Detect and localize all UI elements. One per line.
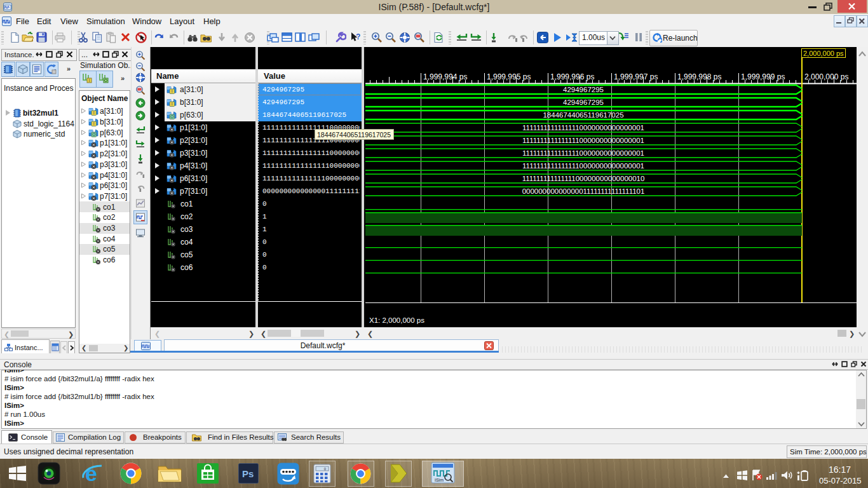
svg-text:111111111111111100000000000000: 11111111111111110000000000000001: [522, 137, 644, 144]
svg-text:Ps: Ps: [242, 468, 254, 479]
svg-text:1,999,997 ps: 1,999,997 ps: [614, 72, 658, 81]
svg-text:4294967295: 4294967295: [563, 98, 604, 106]
svg-text:X1: 2,000,000 ps: X1: 2,000,000 ps: [369, 316, 424, 324]
svg-text:000000000000000111111111111111: 00000000000000011111111111111101: [522, 187, 645, 195]
svg-text:2,000,000 ps: 2,000,000 ps: [803, 50, 844, 57]
svg-text:111111111111111100000000000000: 11111111111111110000000000000001: [522, 149, 644, 157]
svg-text:O: O: [170, 114, 173, 119]
svg-text:111111111111111100000000000000: 11111111111111110000000000000001: [522, 162, 644, 170]
svg-text:ISim: ISim: [435, 478, 444, 482]
svg-text:18446744065119617025: 18446744065119617025: [543, 111, 623, 119]
svg-text:I: I: [93, 111, 95, 116]
svg-text:I: I: [93, 121, 95, 126]
svg-text:111111111111111100000000000000: 11111111111111110000000000000001: [522, 124, 644, 132]
svg-text:4294967295: 4294967295: [563, 86, 604, 93]
svg-text:?: ?: [356, 32, 360, 41]
svg-text:1,999,994 ps: 1,999,994 ps: [423, 72, 467, 81]
svg-text:1,999,998 ps: 1,999,998 ps: [677, 72, 721, 81]
svg-text:1,999,996 ps: 1,999,996 ps: [550, 72, 594, 81]
svg-text:I: I: [172, 102, 173, 106]
svg-text:O: O: [92, 132, 95, 137]
svg-text:I: I: [172, 89, 173, 93]
svg-text:e: e: [85, 461, 97, 485]
svg-text:111111111111111000000000000000: 11111111111111100000000000000010: [522, 175, 645, 182]
svg-text:1,999,995 ps: 1,999,995 ps: [487, 72, 531, 81]
svg-text:I: I: [89, 78, 90, 83]
svg-text:1,999,999 ps: 1,999,999 ps: [741, 72, 785, 81]
svg-text:2,000,000 ps: 2,000,000 ps: [804, 72, 848, 81]
